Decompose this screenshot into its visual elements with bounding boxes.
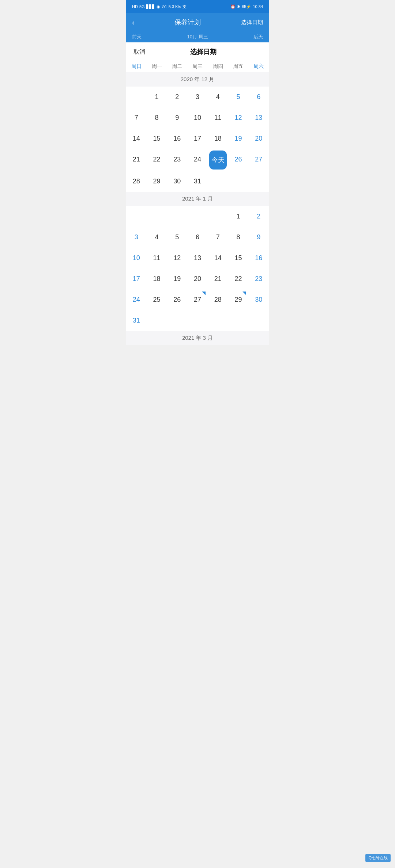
day-cell[interactable]: 12 xyxy=(167,248,187,269)
day-cell[interactable]: 5 xyxy=(228,87,249,107)
weekday-fri: 周五 xyxy=(228,63,249,70)
day-cell[interactable]: 30 xyxy=(248,289,269,310)
signal-bars: ▋▋▋ xyxy=(146,4,155,9)
weekday-thu: 周四 xyxy=(208,63,228,70)
day-cell[interactable]: 19 xyxy=(228,128,249,149)
day-cell[interactable]: 24 xyxy=(126,289,147,310)
day-cell[interactable]: 31 xyxy=(126,310,147,331)
day-cell[interactable]: 15 xyxy=(147,128,167,149)
date-select-button[interactable]: 选择日期 xyxy=(241,19,263,26)
day-cell[interactable]: 3 xyxy=(126,227,147,248)
day-cell[interactable]: 23 xyxy=(167,149,187,171)
day-cell[interactable]: 31 xyxy=(187,171,208,192)
gps-icon: ⊙1 xyxy=(162,4,167,9)
day-cell[interactable]: 8 xyxy=(228,227,249,248)
day-cell[interactable]: 2 xyxy=(167,87,187,107)
day-cell[interactable]: 6 xyxy=(187,227,208,248)
day-cell-badge-29[interactable]: 29 xyxy=(228,289,249,310)
weekday-wed: 周三 xyxy=(187,63,208,70)
weekday-sat: 周六 xyxy=(248,63,269,70)
day-cell[interactable]: 11 xyxy=(147,248,167,269)
day-cell xyxy=(248,310,269,331)
day-cell[interactable]: 20 xyxy=(248,128,269,149)
day-cell[interactable]: 15 xyxy=(228,248,249,269)
month-header-dec2020: 2020 年 12 月 xyxy=(126,72,269,87)
day-cell[interactable]: 17 xyxy=(126,269,147,289)
hd-icon: HD xyxy=(132,4,138,9)
day-cell xyxy=(187,310,208,331)
day-cell[interactable]: 3 xyxy=(187,87,208,107)
day-cell[interactable]: 8 xyxy=(147,107,167,128)
calendar-body: 2020 年 12 月 1 2 3 4 5 6 7 8 9 10 11 12 1… xyxy=(126,72,269,345)
cancel-button[interactable]: 取消 xyxy=(133,48,145,56)
day-cell xyxy=(126,87,147,107)
day-cell xyxy=(187,206,208,227)
banner-next: 后天 xyxy=(253,34,263,40)
day-cell[interactable]: 21 xyxy=(208,269,228,289)
weekday-mon: 周一 xyxy=(147,63,167,70)
day-cell[interactable]: 7 xyxy=(208,227,228,248)
bluetooth-icon: ✱ xyxy=(237,4,240,9)
day-cell[interactable]: 30 xyxy=(167,171,187,192)
day-cell[interactable]: 21 xyxy=(126,149,147,171)
day-cell xyxy=(208,310,228,331)
day-cell[interactable]: 22 xyxy=(147,149,167,171)
day-cell[interactable]: 13 xyxy=(187,248,208,269)
app-header: ‹ 保养计划 选择日期 xyxy=(126,13,269,31)
banner-current: 10月 周三 xyxy=(187,34,208,40)
day-cell[interactable]: 14 xyxy=(208,248,228,269)
day-cell[interactable]: 23 xyxy=(248,269,269,289)
day-cell[interactable]: 4 xyxy=(147,227,167,248)
today-cell[interactable]: 今天 xyxy=(209,151,227,170)
status-left: HD 5G ▋▋▋ ◉ ⊙1 5.3 K/s 支 xyxy=(132,4,187,9)
weekday-row: 周日 周一 周二 周三 周四 周五 周六 xyxy=(126,60,269,72)
back-button[interactable]: ‹ xyxy=(132,18,135,27)
day-cell[interactable]: 19 xyxy=(167,269,187,289)
day-cell[interactable]: 17 xyxy=(187,128,208,149)
day-cell[interactable]: 20 xyxy=(187,269,208,289)
banner-prev: 前天 xyxy=(132,34,142,40)
day-cell[interactable]: 26 xyxy=(167,289,187,310)
day-cell[interactable]: 1 xyxy=(228,206,249,227)
day-cell xyxy=(147,310,167,331)
day-cell[interactable]: 5 xyxy=(167,227,187,248)
day-cell xyxy=(126,206,147,227)
day-cell[interactable]: 14 xyxy=(126,128,147,149)
alarm-icon: ⏰ xyxy=(230,4,236,9)
day-cell[interactable]: 12 xyxy=(228,107,249,128)
day-cell[interactable]: 16 xyxy=(248,248,269,269)
day-cell[interactable]: 25 xyxy=(147,289,167,310)
status-bar: HD 5G ▋▋▋ ◉ ⊙1 5.3 K/s 支 ⏰ ✱ 65⚡ 10:34 xyxy=(126,0,269,13)
day-cell[interactable]: 13 xyxy=(248,107,269,128)
day-cell[interactable]: 28 xyxy=(208,289,228,310)
day-cell[interactable]: 2 xyxy=(248,206,269,227)
day-cell[interactable]: 9 xyxy=(167,107,187,128)
day-cell[interactable]: 16 xyxy=(167,128,187,149)
day-cell[interactable]: 6 xyxy=(248,87,269,107)
day-cell[interactable]: 26 xyxy=(228,149,249,171)
day-cell[interactable]: 11 xyxy=(208,107,228,128)
day-cell[interactable]: 9 xyxy=(248,227,269,248)
speed: 5.3 K/s xyxy=(169,4,181,9)
day-cell[interactable]: 18 xyxy=(208,128,228,149)
day-cell[interactable]: 22 xyxy=(228,269,249,289)
day-cell xyxy=(147,206,167,227)
day-cell xyxy=(208,171,228,192)
dec2020-grid: 1 2 3 4 5 6 7 8 9 10 11 12 13 14 15 16 1… xyxy=(126,87,269,192)
day-cell[interactable]: 29 xyxy=(147,171,167,192)
day-cell[interactable]: 10 xyxy=(126,248,147,269)
pay-icon: 支 xyxy=(183,4,187,9)
day-cell[interactable]: 27 xyxy=(248,149,269,171)
day-cell[interactable]: 4 xyxy=(208,87,228,107)
day-cell[interactable]: 10 xyxy=(187,107,208,128)
day-cell[interactable]: 18 xyxy=(147,269,167,289)
day-cell[interactable]: 28 xyxy=(126,171,147,192)
time: 10:34 xyxy=(253,4,263,9)
day-cell[interactable]: 24 xyxy=(187,149,208,171)
jan2021-grid: 1 2 3 4 5 6 7 8 9 10 11 12 13 14 15 16 1… xyxy=(126,206,269,331)
day-cell[interactable]: 1 xyxy=(147,87,167,107)
day-cell-badge-27[interactable]: 27 xyxy=(187,289,208,310)
day-cell xyxy=(228,171,249,192)
day-cell[interactable]: 7 xyxy=(126,107,147,128)
month-header-mar2021: 2021 年 3 月 xyxy=(126,331,269,345)
